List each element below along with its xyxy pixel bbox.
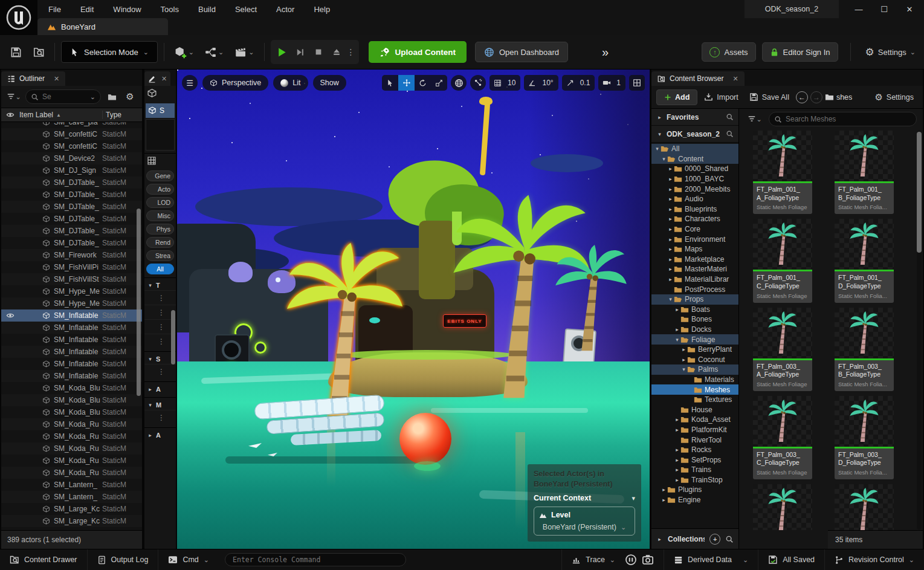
outliner-row[interactable]: SM_Large_Kc StaticM	[1, 503, 142, 515]
tree-expand-arrow[interactable]: ▾	[667, 296, 674, 302]
category-streaming[interactable]: Strea	[146, 250, 174, 261]
tree-expand-arrow[interactable]: ▸	[667, 206, 674, 212]
tree-expand-arrow[interactable]: ▸	[674, 447, 680, 453]
item-label-column[interactable]: Item Label▲	[19, 111, 102, 119]
maximize-viewport-button[interactable]	[629, 75, 645, 91]
add-button[interactable]: Add	[656, 89, 697, 105]
menu-window[interactable]: Window	[105, 2, 149, 16]
folder-tree-row[interactable]: ▸ BerryPlant	[651, 345, 738, 355]
menu-edit[interactable]: Edit	[72, 2, 102, 16]
tab-boneyard[interactable]: BoneYard	[37, 18, 168, 35]
tree-expand-arrow[interactable]: ▸	[674, 467, 680, 473]
category-general[interactable]: Gene	[146, 170, 174, 181]
asset-scrollbar-thumb[interactable]	[917, 132, 922, 253]
cmd-dropdown[interactable]: Cmd ⌄	[158, 549, 219, 570]
tree-expand-arrow[interactable]: ▸	[667, 266, 674, 272]
search-icon[interactable]	[726, 113, 734, 121]
folder-tree-row[interactable]: ▸ Engine	[651, 495, 738, 505]
section-advanced[interactable]: ▸A	[144, 381, 176, 394]
outliner-row[interactable]: SM_Device2 StaticM	[1, 152, 142, 164]
tree-expand-arrow[interactable]: ▸	[674, 306, 680, 313]
folder-tree-row[interactable]: ▸ Maps	[651, 244, 738, 254]
tree-expand-arrow[interactable]: ▸	[667, 256, 674, 262]
tree-expand-arrow[interactable]: ▸	[674, 326, 680, 332]
folder-tree-row[interactable]: ▸ MaterialLibrar	[651, 274, 738, 285]
show-dropdown[interactable]: Show	[313, 75, 346, 91]
favorites-row[interactable]: ▸ Favorites	[651, 109, 738, 126]
tree-expand-arrow[interactable]: ▸	[674, 416, 680, 423]
folder-tree-row[interactable]: ▾ Palms	[651, 364, 738, 375]
surface-snapping-button[interactable]	[470, 75, 486, 91]
play-options-button[interactable]: ⋮	[346, 43, 357, 61]
asset-tile[interactable]: FT_Palm_001_ B_FoliageType Static Mesh F…	[835, 131, 894, 214]
visibility-column[interactable]	[1, 111, 19, 119]
select-tool[interactable]	[382, 75, 398, 91]
rotate-tool[interactable]	[415, 75, 431, 91]
folder-tree-row[interactable]: ▸ Audio	[651, 194, 738, 204]
unreal-logo[interactable]	[0, 0, 37, 35]
grid-snap-value[interactable]: 10	[506, 79, 520, 87]
asset-tile[interactable]: FT_Palm_001_ A_FoliageType Static Mesh F…	[753, 131, 812, 214]
tree-expand-arrow[interactable]: ▸	[667, 196, 674, 202]
content-settings-button[interactable]: ⚙ Settings	[870, 89, 918, 105]
outliner-row[interactable]: SM_Lantern_ StaticM	[1, 479, 142, 491]
outliner-row[interactable]: SM_Inflatable StaticM	[1, 346, 142, 358]
folder-tree-row[interactable]: ▸ Core	[651, 224, 738, 235]
toolbar-overflow-chevrons[interactable]: »	[602, 45, 609, 59]
folder-tree-row[interactable]: ▸ Coconut	[651, 354, 738, 364]
close-icon[interactable]: ✕	[54, 75, 59, 83]
category-actor[interactable]: Acto	[146, 184, 174, 195]
outliner-row[interactable]: SM_DJTable_ StaticM	[1, 225, 142, 237]
content-drawer-button[interactable]: Content Drawer	[0, 549, 88, 570]
folder-tree-row[interactable]: ▾ All	[651, 144, 738, 154]
tree-expand-arrow[interactable]: ▸	[667, 246, 674, 252]
asset-tile[interactable]	[835, 484, 894, 530]
editor-sign-in-button[interactable]: Editor Sign In	[762, 42, 838, 62]
tree-expand-arrow[interactable]: ▸	[674, 457, 680, 463]
folder-tree-row[interactable]: ▸ Docks	[651, 325, 738, 335]
section-transform[interactable]: ▾T	[144, 277, 176, 290]
outliner-row[interactable]: SM_Koda_Ru StaticM	[1, 455, 142, 467]
search-icon[interactable]	[726, 130, 734, 138]
outliner-row[interactable]: SM_cave_pla StaticM	[1, 122, 142, 128]
maximize-button[interactable]: ☐	[879, 5, 889, 14]
outliner-row[interactable]: SM_Koda_Ru StaticM	[1, 467, 142, 479]
blueprints-dropdown[interactable]: ⌄	[201, 42, 227, 62]
outliner-row[interactable]: SM_Inflatable StaticM	[1, 370, 142, 382]
category-rendering[interactable]: Rend	[146, 237, 174, 248]
output-log-button[interactable]: Output Log	[88, 549, 159, 570]
folder-tree-row[interactable]: House	[651, 404, 738, 415]
move-tool[interactable]	[398, 75, 415, 91]
scale-snap-value[interactable]: 0.1	[578, 79, 595, 87]
details-tab[interactable]: ✕	[144, 71, 170, 86]
outliner-filter-dropdown[interactable]: ⌄	[6, 89, 22, 104]
eye-icon[interactable]	[1, 311, 19, 320]
outliner-row[interactable]: SM_Koda_Blu StaticM	[1, 394, 142, 406]
folder-tree-row[interactable]: PostProcess	[651, 284, 738, 294]
menu-select[interactable]: Select	[227, 2, 265, 16]
category-physics[interactable]: Phys	[146, 224, 174, 235]
screenshot-icon[interactable]	[642, 554, 654, 566]
outliner-row[interactable]: SM_FishVillSt StaticM	[1, 273, 142, 285]
details-scrollbar[interactable]	[171, 310, 175, 364]
asset-tile[interactable]: FT_Palm_001_ D_FoliageType Static Mesh F…	[835, 219, 894, 302]
asset-tile[interactable]: FT_Palm_003_ D_FoliageType Static Mesh F…	[835, 396, 894, 479]
asset-filter-dropdown[interactable]: ⌄	[746, 112, 764, 126]
outliner-row[interactable]: SM_DJTable_ StaticM	[1, 237, 142, 249]
outliner-new-folder-button[interactable]	[105, 89, 119, 104]
insights-icon[interactable]	[625, 554, 637, 566]
tree-expand-arrow[interactable]: ▸	[680, 357, 687, 363]
search-icon[interactable]	[725, 535, 734, 543]
asset-tile[interactable]	[753, 484, 812, 530]
save-button[interactable]	[6, 42, 25, 62]
outliner-row[interactable]: SM_DJ_Sign StaticM	[1, 164, 142, 177]
tree-expand-arrow[interactable]: ▸	[680, 346, 687, 352]
add-collection-button[interactable]: +	[709, 534, 720, 545]
outliner-row[interactable]: SM_DJTable_ StaticM	[1, 177, 142, 189]
breadcrumb[interactable]: shes	[825, 92, 852, 102]
folder-tree-row[interactable]: ▸ SetProps	[651, 455, 738, 465]
folder-tree-row[interactable]: ▸ 2000_Meebits	[651, 184, 738, 194]
close-icon[interactable]: ✕	[161, 75, 167, 83]
save-all-button[interactable]: Save All	[745, 89, 793, 105]
lit-mode-dropdown[interactable]: Lit	[273, 75, 308, 91]
